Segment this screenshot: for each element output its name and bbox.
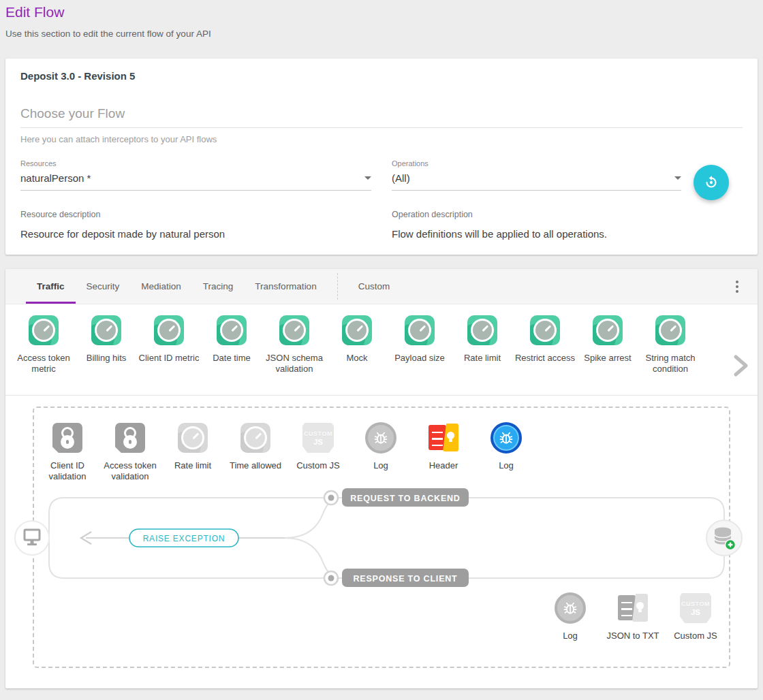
interceptor-tray: Access token metric Billing hits Client …	[5, 304, 758, 396]
tray-item-client-id-metric[interactable]: Client ID metric	[138, 315, 200, 364]
flow-item-rate-limit[interactable]: Rate limit	[161, 421, 224, 483]
lock-icon	[52, 423, 82, 453]
tab-traffic[interactable]: Traffic	[26, 269, 76, 304]
request-flow-label: REQUEST TO BACKEND	[350, 494, 460, 503]
client-monitor-icon	[15, 521, 49, 555]
gauge-icon	[530, 315, 560, 345]
tray-item-billing-hits[interactable]: Billing hits	[75, 315, 138, 364]
gauge-icon	[593, 315, 623, 345]
gauge-icon	[655, 315, 685, 345]
tray-item-payload-size[interactable]: Payload size	[388, 315, 451, 364]
operations-select[interactable]: (All)	[392, 172, 681, 191]
choose-flow-hint: Here you can attach interceptors to your…	[20, 134, 743, 144]
flow-item-time-allowed[interactable]: Time allowed	[224, 421, 287, 483]
tab-transformation[interactable]: Transformation	[244, 269, 327, 304]
flow-item-response-custom-js[interactable]: CUSTOMJS Custom JS	[664, 592, 727, 641]
api-revision-title: Deposit 3.0 - Revision 5	[20, 70, 743, 82]
resources-select[interactable]: naturalPerson *	[20, 172, 371, 191]
page-subtitle: Use this section to edit the current flo…	[5, 29, 758, 39]
restore-icon	[702, 174, 720, 191]
operation-description-label: Operation description	[392, 210, 681, 219]
operation-description-value: Flow definitions will be applied to all …	[392, 228, 681, 240]
tab-divider	[337, 273, 338, 300]
caret-down-icon	[364, 176, 371, 180]
gauge-icon	[342, 315, 372, 345]
json-to-txt-icon	[617, 593, 649, 623]
page-header: Edit Flow Use this section to edit the c…	[0, 0, 763, 39]
gauge-icon	[405, 315, 435, 345]
tray-item-restrict-access[interactable]: Restrict access	[514, 315, 576, 364]
tab-security[interactable]: Security	[76, 269, 131, 304]
flow-item-custom-js[interactable]: CUSTOMJS Custom JS	[287, 421, 349, 483]
backend-database-add-icon[interactable]	[706, 520, 742, 556]
flow-item-log-blue[interactable]: Log	[475, 421, 538, 483]
gauge-icon	[91, 315, 121, 345]
response-interceptors-row: Log JSON to TXT CUSTOMJS Custom JS	[539, 592, 727, 641]
tray-item-spike-arrest[interactable]: Spike arrest	[576, 315, 639, 364]
choose-flow-heading: Choose your Flow	[20, 106, 743, 128]
header-icon	[428, 423, 459, 453]
gauge-icon	[279, 315, 309, 345]
bug-icon-gray	[555, 592, 586, 624]
flow-item-client-id-validation[interactable]: Client ID validation	[36, 421, 99, 483]
flow-item-log-gray[interactable]: Log	[349, 421, 412, 483]
tray-item-mock[interactable]: Mock	[326, 315, 388, 364]
raise-exception-label: RAISE EXCEPTION	[143, 534, 225, 543]
flow-diagram: REQUEST TO BACKEND RESPONSE TO CLIENT RA…	[5, 396, 758, 688]
resource-description-label: Resource description	[20, 210, 371, 219]
exception-branch-top	[285, 502, 330, 538]
gauge-icon	[467, 315, 497, 345]
gauge-icon-disabled	[240, 423, 270, 453]
custom-js-icon: CUSTOMJS	[680, 593, 711, 623]
flow-item-response-log[interactable]: Log	[539, 592, 602, 641]
resources-label: Resources	[20, 159, 371, 168]
exception-branch-bottom	[285, 538, 330, 574]
chevron-right-icon[interactable]	[732, 354, 749, 377]
tab-custom[interactable]: Custom	[347, 269, 401, 304]
request-interceptors-row: Client ID validation Access token valida…	[36, 421, 538, 483]
response-flow-label: RESPONSE TO CLIENT	[353, 574, 457, 584]
bug-icon-gray	[365, 422, 396, 454]
custom-js-icon: CUSTOMJS	[302, 423, 334, 453]
tray-item-access-token-metric[interactable]: Access token metric	[12, 315, 75, 375]
page-title: Edit Flow	[5, 4, 758, 20]
tray-item-string-match-condition[interactable]: String match condition	[639, 315, 702, 375]
tray-item-json-schema-validation[interactable]: JSON schema validation	[263, 315, 326, 375]
flow-editor-card: Traffic Security Mediation Tracing Trans…	[5, 269, 758, 688]
flow-item-header[interactable]: Header	[412, 421, 475, 483]
interceptor-tab-bar: Traffic Security Mediation Tracing Trans…	[5, 269, 758, 304]
gauge-icon	[217, 315, 247, 345]
tray-item-rate-limit[interactable]: Rate limit	[451, 315, 514, 364]
lock-icon	[115, 423, 145, 453]
flow-select-card: Deposit 3.0 - Revision 5 Choose your Flo…	[5, 59, 758, 255]
gauge-icon-disabled	[178, 423, 208, 453]
caret-down-icon	[674, 176, 681, 180]
flow-item-access-token-validation[interactable]: Access token validation	[99, 421, 161, 483]
tray-item-date-time[interactable]: Date time	[200, 315, 263, 364]
kebab-menu-icon[interactable]	[730, 275, 744, 298]
tab-tracing[interactable]: Tracing	[192, 269, 245, 304]
operations-value: (All)	[392, 172, 410, 184]
gauge-icon	[154, 315, 184, 345]
tab-mediation[interactable]: Mediation	[130, 269, 192, 304]
resources-value: naturalPerson *	[20, 172, 91, 184]
operations-label: Operations	[392, 159, 681, 168]
bug-icon-blue	[490, 422, 522, 454]
restore-flow-button[interactable]	[694, 165, 729, 200]
gauge-icon	[29, 315, 59, 345]
resource-description-value: Resource for deposit made by natural per…	[20, 228, 371, 240]
flow-item-json-to-txt[interactable]: JSON to TXT	[602, 592, 664, 641]
